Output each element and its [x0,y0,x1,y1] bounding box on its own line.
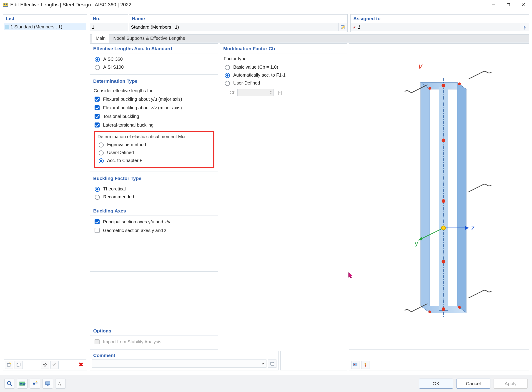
preview-mode-button[interactable] [351,361,359,369]
assigned-field[interactable]: 1 [351,23,520,31]
check-principal-axes[interactable]: Principal section axes y/u and z/v [94,218,214,226]
svg-marker-47 [35,381,38,382]
preview-model-button[interactable] [361,361,369,369]
stack-icon [270,361,275,366]
svg-rect-37 [271,363,274,365]
check-ltb[interactable]: Lateral-torsional buckling [94,121,214,129]
name-panel: Name Standard (Members : 1) [129,14,348,32]
mcr-label: Determination of elastic critical moment… [98,134,211,139]
pencil-icon [341,25,346,30]
svg-point-26 [428,310,431,313]
close-button[interactable] [516,0,531,9]
cancel-button[interactable]: Cancel [456,378,490,389]
check-flexural-major[interactable]: Flexural buckling about y/u (major axis) [94,95,214,103]
radio-cb-auto[interactable]: Automatically acc. to F1-1 [224,71,343,79]
function-button[interactable]: fx [55,378,66,389]
delete-item-button[interactable]: ✖ [77,361,85,369]
list-item-swatch-icon [5,25,9,29]
section-title: Options [90,326,218,336]
spin-down-icon: ▾ [269,93,273,95]
svg-rect-16 [354,27,355,28]
comment-panel: Comment [90,351,278,370]
svg-text:x: x [60,383,62,386]
uncheck-all-button[interactable] [51,361,59,369]
minimize-button[interactable] [486,0,501,9]
factor-type-label: Factor type [224,56,343,61]
section-title: Buckling Factor Type [90,173,218,183]
section-title: Modification Factor Cb [220,44,347,53]
comment-combo[interactable] [92,359,266,368]
cb-unit: [-] [278,90,282,95]
tab-main[interactable]: Main [92,34,109,42]
radio-aisc-360[interactable]: AISC 360 [94,55,214,63]
determination-type-section: Determination Type Consider effective le… [90,76,218,172]
svg-rect-51 [47,385,49,385]
minimize-icon [491,3,495,7]
number-panel: No. 1 [90,14,128,32]
ok-button[interactable]: OK [419,378,453,389]
svg-rect-49 [35,384,38,384]
radio-theoretical[interactable]: Theoretical [94,185,214,193]
radio-eigenvalue[interactable]: Eigenvalue method [98,141,211,149]
svg-rect-6 [507,3,510,6]
list-item[interactable]: 1 Standard (Members : 1) [4,23,86,30]
svg-point-21 [458,83,461,85]
svg-point-42 [7,381,11,385]
buckling-axes-section: Buckling Axes Principal section axes y/u… [90,206,218,271]
tab-nodal-supports[interactable]: Nodal Supports & Effective Lengths [109,34,189,42]
check-torsional[interactable]: Torsional buckling [94,112,214,121]
svg-rect-39 [354,364,355,365]
pick-members-button[interactable] [520,23,529,31]
title-bar: Edit Effective Lengths | Steel Design | … [0,0,532,9]
units-button[interactable]: 0,00 [17,378,28,389]
cb-spin-field: ▴▾ [237,89,274,96]
assigned-panel: Assigned to 1 [350,14,529,32]
preview-toolbar [349,351,529,370]
edit-name-button[interactable] [338,23,347,31]
preview-panel[interactable]: v y z [349,43,529,350]
help-button[interactable] [4,378,15,389]
svg-rect-41 [365,365,366,367]
fx-icon: fx [57,381,63,387]
name-field[interactable]: Standard (Members : 1) [129,23,338,31]
radio-recommended[interactable]: Recommended [94,193,214,201]
svg-point-40 [364,363,366,365]
render-icon [353,362,358,367]
mcr-highlight-box: Determination of elastic critical moment… [94,131,214,168]
svg-text:v: v [418,62,423,70]
new-item-button[interactable] [5,361,13,369]
magnifier-icon [7,381,13,387]
app-icon [3,2,8,7]
svg-text:0,00: 0,00 [20,382,25,385]
section-title: Effective Lengths Acc. to Standard [90,44,218,53]
display-button[interactable] [42,378,53,389]
close-icon [521,3,525,7]
name-header: Name [129,14,347,23]
bottom-bar: 0,00 A fx OK Cancel Apply [0,375,532,392]
consider-label: Consider effective lengths for [94,88,214,93]
svg-text:A: A [33,381,35,386]
duplicate-item-button[interactable] [14,361,23,369]
cb-spin-label: Cb [230,90,235,95]
check-geometric-axes[interactable]: Geometric section axes y and z [94,226,214,235]
radio-chapter-f[interactable]: Acc. to Chapter F [98,157,211,164]
modification-factor-section: Modification Factor Cb Factor type Basic… [220,43,347,350]
number-field[interactable]: 1 [90,23,128,31]
radio-cb-basic[interactable]: Basic value (Cb = 1.0) [224,63,343,71]
check-all-icon [43,363,47,367]
buckling-factor-section: Buckling Factor Type Theoretical Recomme… [90,173,218,204]
svg-rect-3 [6,3,7,4]
radio-user-defined-mcr[interactable]: User-Defined [98,149,211,157]
svg-rect-2 [4,4,5,5]
check-all-button[interactable] [41,361,49,369]
svg-line-43 [10,384,12,386]
member-preview-icon: v y z [349,44,529,349]
check-flexural-minor[interactable]: Flexural buckling about z/v (minor axis) [94,103,214,112]
svg-point-27 [458,306,461,309]
maximize-button[interactable] [501,0,516,9]
radio-cb-user[interactable]: User-Defined [224,79,343,87]
radio-aisi-s100[interactable]: AISI S100 [94,63,214,71]
comment-library-button[interactable] [268,359,277,368]
text-settings-button[interactable]: A [30,378,40,389]
svg-point-35 [442,226,446,230]
